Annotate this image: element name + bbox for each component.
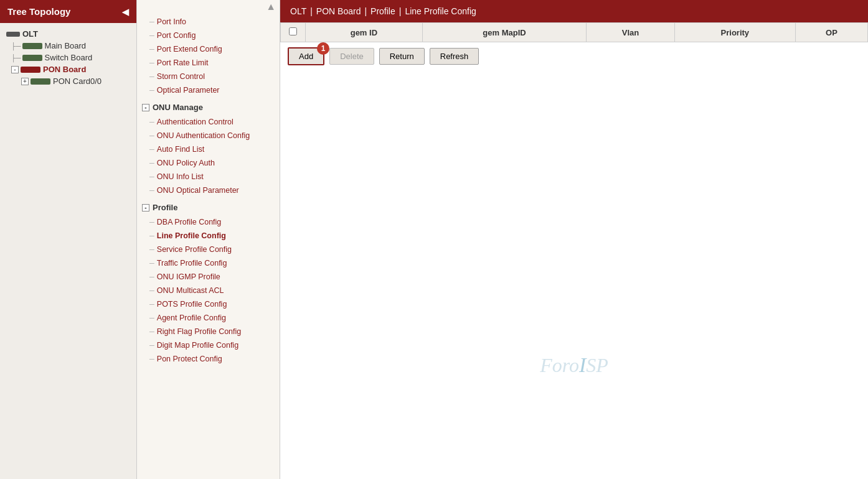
nav-item-service-profile[interactable]: ─ Service Profile Config bbox=[137, 243, 280, 256]
nav-item-digit-map[interactable]: ─ Digit Map Profile Config bbox=[137, 338, 280, 352]
nav-item-onu-optical-param[interactable]: ─ ONU Optical Parameter bbox=[137, 184, 280, 197]
add-badge: 1 bbox=[317, 42, 329, 55]
sidebar-header: Tree Topology ◀ bbox=[0, 0, 136, 23]
delete-button[interactable]: Delete bbox=[329, 48, 374, 65]
table-header-vlan: Vlan bbox=[587, 23, 674, 42]
nav-item-onu-auth-config[interactable]: ─ ONU Authentication Config bbox=[137, 129, 280, 142]
tree-connector: ├─ bbox=[11, 54, 21, 62]
tree-node-olt[interactable]: OLT bbox=[5, 28, 134, 40]
breadcrumb-line-profile: Line Profile Config bbox=[405, 6, 476, 16]
nav-item-line-profile[interactable]: ─ Line Profile Config bbox=[137, 229, 280, 243]
data-table: gem ID gem MapID Vlan Priority OP bbox=[280, 22, 868, 42]
tree-label-main-board: Main Board bbox=[45, 41, 86, 50]
tree-node-main-board[interactable]: ├─ Main Board bbox=[11, 40, 134, 52]
watermark-i: I bbox=[579, 353, 586, 376]
sidebar: Tree Topology ◀ OLT ├─ Main Board ├─ Swi… bbox=[0, 0, 137, 479]
nav-item-onu-igmp[interactable]: ─ ONU IGMP Profile bbox=[137, 270, 280, 284]
tree-node-switch-board[interactable]: ├─ Switch Board bbox=[11, 52, 134, 63]
tree-node-pon-board[interactable]: - PON Board bbox=[11, 63, 134, 75]
table-header-gem-id: gem ID bbox=[306, 23, 423, 42]
nav-item-storm-control[interactable]: ─ Storm Control bbox=[137, 70, 280, 83]
tree-connector: ├─ bbox=[11, 42, 21, 50]
switch-board-icon bbox=[22, 55, 42, 61]
table-header-op: OP bbox=[795, 23, 867, 42]
watermark-logo: ForoISP bbox=[540, 353, 608, 377]
nav-item-port-info[interactable]: ─ Port Info bbox=[137, 15, 280, 29]
pon-card-icon bbox=[31, 78, 50, 85]
nav-item-port-rate-limit[interactable]: ─ Port Rate Limit bbox=[137, 56, 280, 70]
nav-panel: ▲ ─ Port Info ─ Port Config ─ Port Exten… bbox=[137, 0, 280, 479]
main-board-icon bbox=[22, 43, 42, 49]
tree-label-pon-board: PON Board bbox=[43, 65, 86, 74]
select-all-checkbox[interactable] bbox=[289, 27, 297, 35]
breadcrumb-olt: OLT bbox=[290, 6, 306, 16]
nav-item-pots-profile[interactable]: ─ POTS Profile Config bbox=[137, 297, 280, 311]
refresh-button[interactable]: Refresh bbox=[430, 48, 479, 65]
table-area: gem ID gem MapID Vlan Priority OP Add 1 bbox=[280, 22, 868, 251]
sidebar-collapse-icon[interactable]: ◀ bbox=[122, 7, 129, 17]
nav-item-pon-protect[interactable]: ─ Pon Protect Config bbox=[137, 352, 280, 366]
add-button-wrapper: Add 1 bbox=[288, 47, 324, 65]
scroll-up-indicator: ▲ bbox=[137, 0, 280, 14]
olt-icon bbox=[6, 32, 20, 37]
nav-section-onu-header[interactable]: - ONU Manage bbox=[137, 100, 280, 115]
nav-section-port: ─ Port Info ─ Port Config ─ Port Extend … bbox=[137, 14, 280, 98]
breadcrumb-profile: Profile bbox=[370, 6, 395, 16]
content-body: gem ID gem MapID Vlan Priority OP Add 1 bbox=[280, 22, 868, 479]
pon-card-expand-icon[interactable]: + bbox=[21, 78, 29, 85]
nav-item-auth-control[interactable]: ─ Authentication Control bbox=[137, 115, 280, 129]
nav-item-right-flag[interactable]: ─ Right Flag Profile Config bbox=[137, 325, 280, 338]
actions-row: Add 1 Delete Return Refresh bbox=[280, 42, 868, 70]
onu-expand-icon[interactable]: - bbox=[142, 104, 149, 111]
pon-board-expand-icon[interactable]: - bbox=[11, 66, 19, 73]
nav-item-onu-multicast[interactable]: ─ ONU Multicast ACL bbox=[137, 284, 280, 297]
profile-expand-icon[interactable]: - bbox=[142, 204, 149, 212]
nav-section-onu: - ONU Manage ─ Authentication Control ─ … bbox=[137, 98, 280, 198]
nav-item-dba-profile[interactable]: ─ DBA Profile Config bbox=[137, 215, 280, 229]
tree-area: OLT ├─ Main Board ├─ Switch Board - PON … bbox=[0, 23, 136, 479]
breadcrumb-bar: OLT | PON Board | Profile | Line Profile… bbox=[280, 0, 868, 22]
table-header-gem-mapid: gem MapID bbox=[422, 23, 587, 42]
nav-item-optical-parameter[interactable]: ─ Optical Parameter bbox=[137, 83, 280, 97]
table-header-priority: Priority bbox=[674, 23, 795, 42]
nav-item-traffic-profile[interactable]: ─ Traffic Profile Config bbox=[137, 256, 280, 270]
breadcrumb-pon-board: PON Board bbox=[316, 6, 361, 16]
watermark-foro: Foro bbox=[540, 354, 579, 376]
nav-item-agent-profile[interactable]: ─ Agent Profile Config bbox=[137, 311, 280, 325]
nav-item-auto-find-list[interactable]: ─ Auto Find List bbox=[137, 142, 280, 156]
nav-item-onu-info-list[interactable]: ─ ONU Info List bbox=[137, 170, 280, 184]
tree-label-switch-board: Switch Board bbox=[45, 53, 93, 62]
pon-board-icon bbox=[21, 67, 40, 73]
nav-item-port-extend-config[interactable]: ─ Port Extend Config bbox=[137, 42, 280, 56]
nav-item-onu-policy-auth[interactable]: ─ ONU Policy Auth bbox=[137, 156, 280, 170]
watermark-sp: SP bbox=[586, 354, 608, 376]
nav-item-port-config[interactable]: ─ Port Config bbox=[137, 29, 280, 42]
main-content: OLT | PON Board | Profile | Line Profile… bbox=[280, 0, 868, 479]
tree-label-olt: OLT bbox=[22, 29, 38, 39]
sidebar-title: Tree Topology bbox=[7, 6, 70, 17]
tree-label-pon-card: PON Card0/0 bbox=[53, 77, 101, 86]
watermark: ForoISP bbox=[280, 251, 868, 479]
nav-section-profile: - Profile ─ DBA Profile Config ─ Line Pr… bbox=[137, 198, 280, 367]
tree-node-pon-card[interactable]: + PON Card0/0 bbox=[21, 75, 134, 87]
nav-section-profile-header[interactable]: - Profile bbox=[137, 200, 280, 215]
return-button[interactable]: Return bbox=[379, 48, 425, 65]
table-header-checkbox bbox=[281, 23, 306, 42]
